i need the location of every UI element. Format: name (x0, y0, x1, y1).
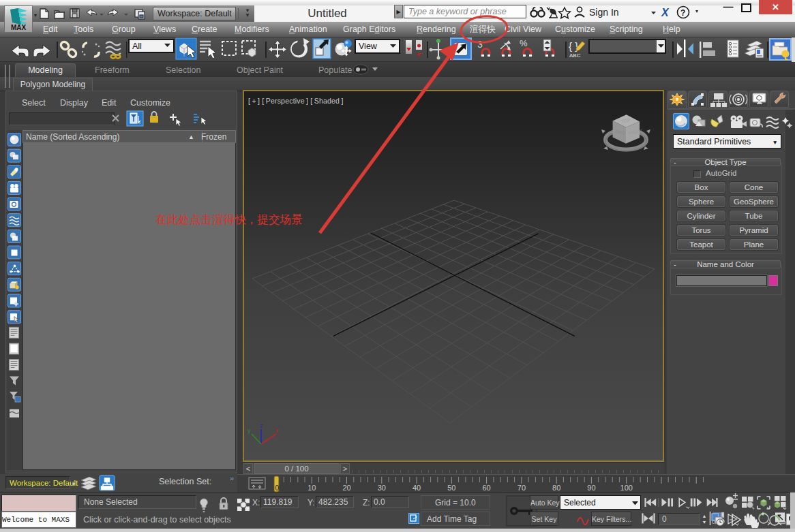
svg-text:30: 30 (378, 484, 386, 492)
svg-text:y: y (247, 427, 251, 434)
svg-text:70: 70 (518, 484, 526, 492)
svg-text:z: z (260, 422, 263, 429)
svg-text:?: ? (680, 8, 685, 18)
svg-text:50: 50 (447, 484, 455, 492)
svg-text:X: X (661, 7, 670, 18)
svg-text:60: 60 (482, 484, 490, 492)
svg-text:20: 20 (342, 484, 350, 492)
svg-text:%: % (520, 38, 528, 48)
svg-text:100: 100 (620, 484, 633, 492)
svg-text:Sign In: Sign In (589, 7, 619, 18)
svg-text:All: All (132, 42, 142, 51)
svg-text:x: x (275, 427, 279, 434)
svg-text:10: 10 (308, 484, 316, 492)
svg-text:90: 90 (587, 484, 595, 492)
svg-text:40: 40 (412, 484, 421, 492)
svg-text:80: 80 (552, 484, 560, 492)
svg-text:3: 3 (477, 39, 483, 50)
svg-text:View: View (359, 42, 378, 51)
svg-text:ABC: ABC (569, 52, 581, 59)
svg-text:0: 0 (275, 484, 280, 492)
